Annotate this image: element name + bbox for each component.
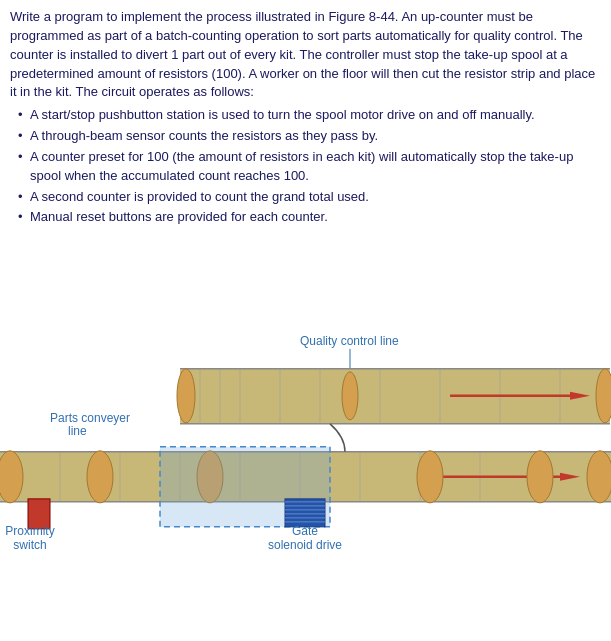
svg-text:Quality control line: Quality control line — [300, 334, 399, 348]
bullet-list: A start/stop pushbutton station is used … — [18, 106, 601, 227]
svg-point-35 — [0, 451, 23, 503]
bullet-item-1: A start/stop pushbutton station is used … — [18, 106, 601, 125]
svg-point-18 — [177, 369, 195, 423]
svg-text:line: line — [68, 424, 87, 438]
svg-text:switch: switch — [13, 538, 46, 552]
diagram-section: Quality control line Parts conveyer line — [0, 233, 611, 641]
svg-point-39 — [527, 451, 553, 503]
bullet-item-4: A second counter is provided to count th… — [18, 188, 601, 207]
svg-point-40 — [587, 451, 611, 503]
svg-text:Parts conveyer: Parts conveyer — [50, 411, 130, 425]
svg-text:Gate: Gate — [292, 524, 318, 538]
svg-point-36 — [87, 451, 113, 503]
main-container: Write a program to implement the process… — [0, 0, 611, 641]
svg-point-38 — [417, 451, 443, 503]
svg-text:solenoid drive: solenoid drive — [268, 538, 342, 552]
svg-rect-43 — [285, 499, 325, 527]
svg-text:Proximity: Proximity — [5, 524, 54, 538]
svg-point-20 — [342, 372, 358, 420]
text-section: Write a program to implement the process… — [0, 0, 611, 233]
bullet-item-3: A counter preset for 100 (the amount of … — [18, 148, 601, 186]
paragraph1: Write a program to implement the process… — [10, 8, 601, 102]
bullet-item-2: A through-beam sensor counts the resisto… — [18, 127, 601, 146]
svg-point-19 — [596, 369, 611, 423]
bullet-item-5: Manual reset buttons are provided for ea… — [18, 208, 601, 227]
diagram-svg: Quality control line Parts conveyer line — [0, 233, 611, 641]
